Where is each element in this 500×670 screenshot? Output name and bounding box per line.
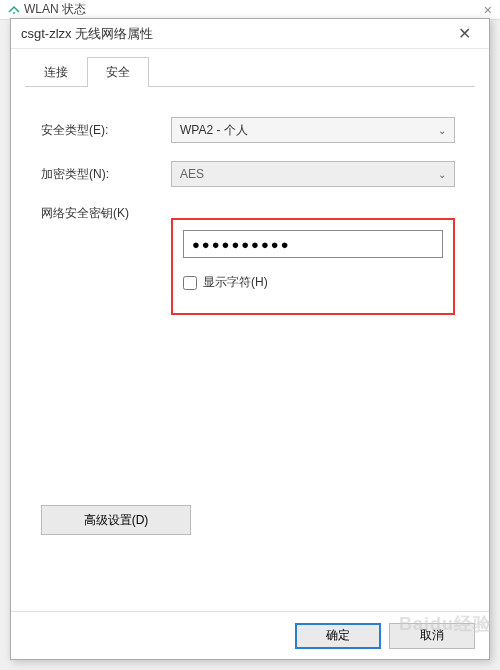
dialog-footer: 确定 取消 [11,611,489,659]
security-type-select[interactable]: WPA2 - 个人 ⌄ [171,117,455,143]
close-button[interactable]: ✕ [449,24,479,43]
security-type-row: 安全类型(E): WPA2 - 个人 ⌄ [41,117,465,143]
tab-connection[interactable]: 连接 [25,57,87,87]
show-chars-row: 显示字符(H) [183,274,443,291]
dialog-title: csgt-zlzx 无线网络属性 [21,25,449,43]
show-chars-checkbox[interactable] [183,276,197,290]
background-close-icon: × [484,2,492,18]
background-window-title: WLAN 状态 [24,1,86,18]
dialog-titlebar: csgt-zlzx 无线网络属性 ✕ [11,19,489,49]
security-type-label: 安全类型(E): [41,122,171,139]
chevron-down-icon: ⌄ [438,125,446,136]
encryption-type-label: 加密类型(N): [41,166,171,183]
security-type-value: WPA2 - 个人 [180,122,248,139]
encryption-type-select[interactable]: AES ⌄ [171,161,455,187]
advanced-settings-button[interactable]: 高级设置(D) [41,505,191,535]
wifi-icon [8,4,20,16]
encryption-type-value: AES [180,167,204,181]
background-window-titlebar: WLAN 状态 × [0,0,500,20]
tab-strip: 连接 安全 [11,49,489,87]
wifi-properties-dialog: csgt-zlzx 无线网络属性 ✕ 连接 安全 安全类型(E): WPA2 -… [10,18,490,660]
network-key-label: 网络安全密钥(K) [41,205,171,222]
show-chars-label: 显示字符(H) [203,274,268,291]
encryption-type-row: 加密类型(N): AES ⌄ [41,161,465,187]
tab-content: 安全类型(E): WPA2 - 个人 ⌄ 加密类型(N): AES ⌄ 网络安全… [11,87,489,611]
tab-security[interactable]: 安全 [87,57,149,87]
svg-point-0 [13,12,15,14]
cancel-button[interactable]: 取消 [389,623,475,649]
chevron-down-icon: ⌄ [438,169,446,180]
network-key-input[interactable] [183,230,443,258]
highlight-annotation: 显示字符(H) [171,218,455,315]
ok-button[interactable]: 确定 [295,623,381,649]
